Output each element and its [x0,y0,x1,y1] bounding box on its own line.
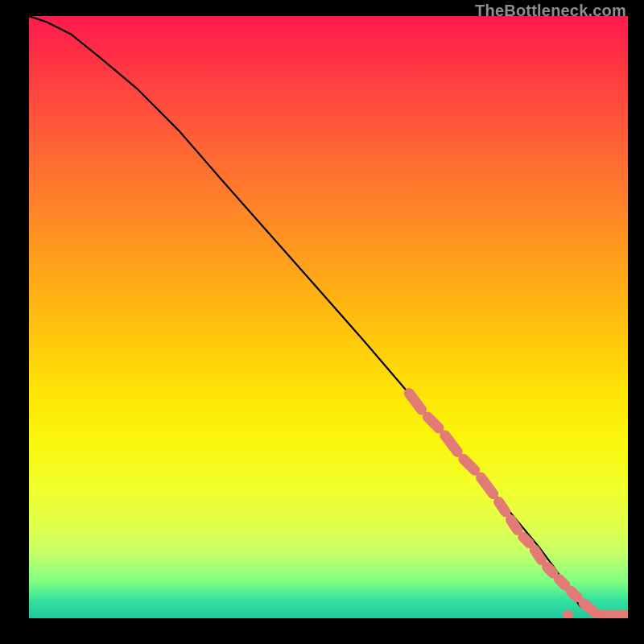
highlight-dash [571,591,577,597]
highlight-dash [584,603,594,612]
highlight-segment [409,394,628,618]
highlight-dash [511,520,518,530]
highlight-dash [409,394,421,410]
highlight-dash [559,579,565,585]
bottleneck-curve [29,16,628,615]
highlight-dash [464,459,475,470]
curve-layer [29,16,628,618]
plot-area [29,16,628,618]
highlight-dash [499,502,506,511]
highlight-dash [547,567,553,573]
curve-path [29,16,628,615]
chart-stage: TheBottleneck.com [0,0,644,644]
highlight-dash [445,436,457,452]
highlight-dash [535,550,541,560]
highlight-dash [427,417,439,428]
highlight-dash [481,477,493,493]
highlight-dot [563,610,573,618]
highlight-dash [523,537,529,543]
